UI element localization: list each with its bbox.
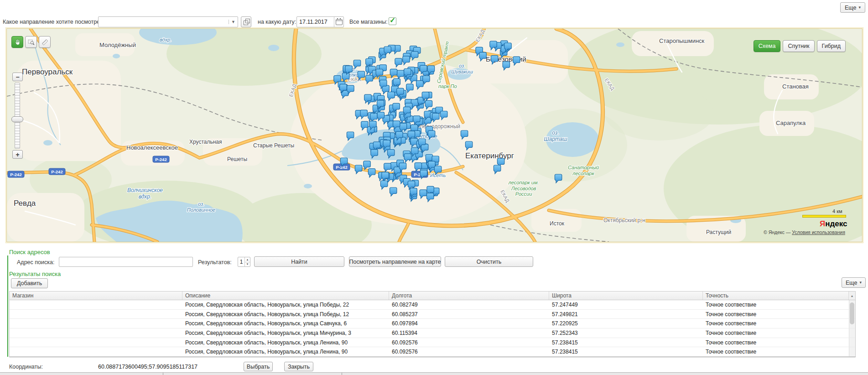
add-button[interactable]: Добавить <box>11 278 48 288</box>
more-button-top[interactable]: Еще▾ <box>840 2 865 13</box>
date-value[interactable]: 17.11.2017 <box>297 19 334 25</box>
date-label: на какую дату: <box>258 19 296 25</box>
address-search-label: Адрес поиска: <box>17 259 54 266</box>
zoom-in-button[interactable]: + <box>12 150 23 159</box>
table-row[interactable]: Россия, Свердловская область, Новоуральс… <box>10 300 855 310</box>
road-badge: Р-242 <box>8 171 24 177</box>
map-label: Старопышминск <box>659 37 705 44</box>
scale-bar <box>802 215 846 218</box>
yandex-map[interactable]: ПервоуральскРевдаЕкатеринбургБерёзовский… <box>6 28 863 242</box>
map-label: Старые Решеты <box>253 142 294 149</box>
table-row[interactable]: Россия, Свердловская область, Новоуральс… <box>10 319 855 328</box>
map-type-button-схема[interactable]: Схема <box>754 40 781 52</box>
select-button[interactable]: Выбрать <box>244 362 273 371</box>
table-scroll-up-icon[interactable]: ▲ <box>849 292 855 300</box>
table-row[interactable]: Россия, Свердловская область, Новоуральс… <box>10 347 855 357</box>
cell-latitude: 57.238415 <box>549 338 703 347</box>
cell-latitude: 57.247449 <box>549 300 703 309</box>
coordinates-label: Координаты: <box>9 364 43 370</box>
direction-combobox[interactable]: ▼ <box>98 16 238 27</box>
cell-shop <box>10 347 182 356</box>
date-field[interactable]: 17.11.2017 <box>296 16 344 27</box>
open-link-icon <box>244 21 248 25</box>
cell-description: Россия, Свердловская область, Новоуральс… <box>182 328 389 338</box>
map-type-button-спутник[interactable]: Спутник <box>783 40 814 52</box>
zoom-select-tool-button[interactable] <box>25 36 37 48</box>
cell-shop <box>10 338 182 347</box>
svg-text:Р-242: Р-242 <box>155 157 166 162</box>
table-row[interactable]: Россия, Свердловская область, Новоуральс… <box>10 310 855 319</box>
map-label: Ревда <box>14 199 36 208</box>
terms-link[interactable]: Условия использования <box>792 229 845 235</box>
cell-description: Россия, Свердловская область, Новоуральс… <box>182 347 389 356</box>
stepper-down-icon[interactable]: ▼ <box>245 262 250 267</box>
close-button[interactable]: Закрыть <box>284 362 313 371</box>
all-stores-label: Все магазины: <box>349 19 388 25</box>
cell-shop <box>10 319 182 328</box>
magnifier-select-icon <box>27 38 35 46</box>
clear-button[interactable]: Очистить <box>445 256 533 267</box>
ruler-icon <box>41 38 49 46</box>
cell-latitude: 57.249821 <box>549 310 703 319</box>
map-label: Новоалексеевское <box>126 144 178 151</box>
map-label: Исток <box>550 220 565 227</box>
zoom-slider-track[interactable] <box>15 83 20 149</box>
cell-accuracy: Точное соотвествие <box>703 347 849 356</box>
chevron-down-icon: ▾ <box>859 280 862 285</box>
address-search-input[interactable] <box>59 257 193 267</box>
scrollbar-track <box>849 347 855 356</box>
yandex-logo: Яндекс <box>820 219 847 229</box>
cell-accuracy: Точное соотвествие <box>703 338 849 347</box>
cell-latitude: 57.238415 <box>549 347 703 356</box>
stepper-up-icon[interactable]: ▲ <box>245 257 250 262</box>
scrollbar-track <box>849 338 855 347</box>
results-count-stepper[interactable]: 1 ▲ ▼ <box>238 257 250 267</box>
road-badge: Р-242 <box>49 168 65 175</box>
chevron-down-icon[interactable]: ▼ <box>229 20 238 24</box>
column-header[interactable]: Широта <box>549 292 703 300</box>
cell-shop <box>10 310 182 319</box>
coordinates-value: 60.0887173600495;57.9095185117317 <box>98 364 198 370</box>
map-label: Становая <box>782 83 809 90</box>
map-label: Екатеринбург <box>465 151 514 160</box>
column-header[interactable]: Долгота <box>389 292 549 300</box>
chevron-down-icon: ▾ <box>858 5 861 10</box>
zoom-slider-handle[interactable] <box>11 116 23 122</box>
cell-accuracy: Точное соотвествие <box>703 328 849 338</box>
pan-tool-button[interactable] <box>11 36 23 48</box>
calendar-icon[interactable] <box>334 17 343 27</box>
direction-open-button[interactable] <box>241 16 251 27</box>
map-type-switcher: СхемаСпутникГибрид <box>751 40 846 52</box>
cell-longitude: 60.092576 <box>389 347 549 356</box>
cell-accuracy: Точное соотвествие <box>703 319 849 328</box>
cell-accuracy: Точное соотвествие <box>703 300 849 309</box>
results-count-label: Результатов: <box>198 259 232 266</box>
road-badge: Р-242 <box>153 156 169 162</box>
cell-accuracy: Точное соотвествие <box>703 310 849 319</box>
table-row[interactable]: Россия, Свердловская область, Новоуральс… <box>10 328 855 338</box>
scrollbar-track <box>849 328 855 338</box>
svg-text:Р-242: Р-242 <box>51 169 62 174</box>
group-left-border <box>7 255 8 357</box>
results-table: МагазинОписаниеДолготаШиротаТочность▲ Ро… <box>9 291 856 357</box>
column-header[interactable]: Описание <box>182 292 389 300</box>
all-stores-checkbox[interactable] <box>389 17 396 25</box>
map-label: Сарапулка <box>776 120 806 126</box>
column-header[interactable]: Точность <box>703 292 849 300</box>
cell-latitude: 57.220925 <box>549 319 703 328</box>
column-header[interactable]: Магазин <box>10 292 182 300</box>
zoom-out-button[interactable]: − <box>12 73 23 81</box>
table-row[interactable]: Россия, Свердловская область, Новоуральс… <box>10 338 855 348</box>
cell-shop <box>10 328 182 338</box>
hand-icon <box>14 38 21 46</box>
show-direction-button[interactable]: Посмотреть направление на карте <box>349 256 441 267</box>
find-button[interactable]: Найти <box>254 256 344 267</box>
svg-text:Р-242: Р-242 <box>10 172 21 177</box>
table-scrollbar-thumb[interactable] <box>850 302 854 324</box>
more-button-results[interactable]: Еще▾ <box>842 277 866 288</box>
ruler-tool-button[interactable] <box>39 36 51 48</box>
map-label: Октябрьский р-н <box>603 217 645 224</box>
map-type-button-гибрид[interactable]: Гибрид <box>817 40 846 52</box>
map-label: Решеты <box>227 156 247 162</box>
cell-shop <box>10 300 182 309</box>
